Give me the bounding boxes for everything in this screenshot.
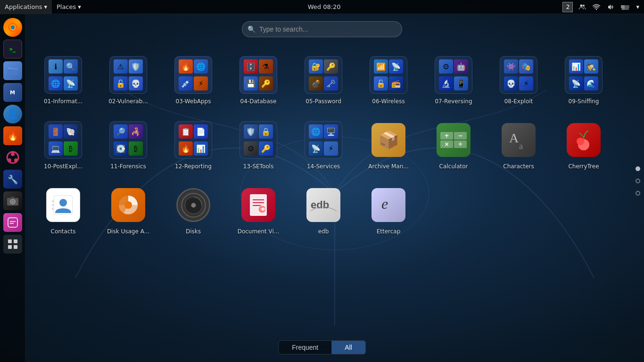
wifi-icon[interactable] bbox=[590, 0, 603, 14]
app-calculator[interactable]: + − × ÷ Calculator bbox=[423, 112, 484, 173]
sidebar-item-circle[interactable] bbox=[3, 148, 22, 167]
app-label-archive-manager: Archive Man... bbox=[368, 163, 408, 170]
app-edb[interactable]: edb edb bbox=[293, 177, 354, 238]
svg-point-16 bbox=[11, 200, 14, 203]
app-11-forensics[interactable]: 🔎 🦂 💽 ₿ 11-Forensics bbox=[98, 112, 158, 173]
page-dot-2[interactable] bbox=[636, 179, 640, 183]
search-icon: 🔍 bbox=[248, 25, 256, 33]
svg-point-0 bbox=[580, 4, 583, 7]
topbar: Applications ▾ Places ▾ Wed 08:20 2 ▾ bbox=[0, 0, 644, 14]
app-label-07-reversing: 07-Reversing bbox=[435, 98, 472, 105]
volume-icon[interactable] bbox=[604, 0, 617, 14]
app-contacts[interactable]: Contacts bbox=[33, 177, 93, 238]
applications-menu[interactable]: Applications ▾ bbox=[0, 0, 52, 14]
app-label-10-postexploit: 10-PostExpl... bbox=[44, 163, 83, 170]
app-characters[interactable]: A a Characters bbox=[488, 112, 549, 173]
main-grid: ℹ️ 🔍 🌐 📡 01-Informat... ⚠️ 🛡️ 🔓 💀 02-Vul… bbox=[28, 42, 635, 334]
sidebar-item-screenshot[interactable] bbox=[3, 191, 22, 210]
app-document-viewer[interactable]: 👁 Document Vi... bbox=[228, 177, 289, 238]
page-indicator bbox=[636, 166, 640, 196]
app-archive-manager[interactable]: 📦 Archive Man... bbox=[358, 112, 419, 173]
svg-text:e: e bbox=[381, 195, 388, 212]
svg-text:edb: edb bbox=[311, 199, 329, 211]
power-icon[interactable] bbox=[618, 0, 632, 14]
tab-frequent[interactable]: Frequent bbox=[279, 341, 331, 354]
people-icon[interactable] bbox=[576, 0, 589, 14]
applications-label: Applications bbox=[5, 3, 42, 10]
app-label-calculator: Calculator bbox=[439, 163, 468, 170]
app-cherrytree[interactable]: CherryTree bbox=[553, 112, 614, 173]
workspace-badge[interactable]: 2 bbox=[562, 2, 573, 12]
svg-point-29 bbox=[59, 199, 67, 206]
app-04-database[interactable]: 🗄️ ⚗️ 💾 🔑 04-Database bbox=[228, 47, 289, 107]
app-label-ettercap: Ettercap bbox=[377, 228, 401, 235]
app-01-information[interactable]: ℹ️ 🔍 🌐 📡 01-Informat... bbox=[33, 47, 93, 107]
app-13-setools[interactable]: 🛡️ 🔒 ⚙️ 🔑 13-SETools bbox=[228, 112, 289, 173]
sidebar-item-pink[interactable] bbox=[3, 213, 22, 232]
app-ettercap[interactable]: e Ettercap bbox=[358, 177, 419, 238]
tab-all[interactable]: All bbox=[331, 341, 365, 354]
page-dot-3[interactable] bbox=[636, 191, 640, 196]
app-08-exploit[interactable]: 👾 🎭 💀 ⚡ 08-Exploit bbox=[488, 47, 549, 107]
app-label-04-database: 04-Database bbox=[240, 98, 277, 105]
app-disks[interactable]: Disks bbox=[163, 177, 223, 238]
app-05-password[interactable]: 🔐 🔑 💣 🗝️ 05-Password bbox=[293, 47, 354, 107]
svg-point-1 bbox=[583, 5, 585, 7]
svg-rect-5 bbox=[621, 5, 625, 8]
app-label-cherrytree: CherryTree bbox=[568, 163, 599, 170]
app-label-11-forensics: 11-Forensics bbox=[110, 163, 146, 170]
app-label-contacts: Contacts bbox=[51, 228, 76, 235]
page-dot-1[interactable] bbox=[636, 166, 640, 171]
sidebar-item-files[interactable] bbox=[3, 61, 22, 80]
app-14-services[interactable]: 🌐 🖥️ 📡 ⚡ 14-Services bbox=[293, 112, 354, 173]
sidebar: >_ M 👤 🔥 🔧 bbox=[0, 14, 25, 362]
search-input[interactable] bbox=[242, 21, 402, 37]
svg-rect-22 bbox=[14, 245, 17, 249]
app-label-disk-usage: Disk Usage A... bbox=[107, 228, 149, 235]
app-label-01-information: 01-Informat... bbox=[44, 98, 83, 105]
app-03-webapps[interactable]: 🔥 🌐 💉 ⚡ 03-WebApps bbox=[163, 47, 223, 107]
svg-rect-30 bbox=[52, 200, 54, 202]
app-02-vulnerability[interactable]: ⚠️ 🛡️ 🔓 💀 02-Vulnerab... bbox=[98, 47, 158, 107]
app-label-12-reporting: 12-Reporting bbox=[175, 163, 212, 170]
svg-rect-18 bbox=[8, 218, 17, 227]
sidebar-item-allapps[interactable] bbox=[3, 235, 22, 254]
svg-point-33 bbox=[124, 201, 132, 209]
svg-point-13 bbox=[14, 158, 18, 162]
sidebar-item-blue-face[interactable]: 👤 bbox=[3, 105, 22, 123]
app-label-disks: Disks bbox=[186, 228, 201, 235]
svg-point-27 bbox=[577, 138, 584, 145]
svg-text:a: a bbox=[519, 141, 523, 151]
dropdown-arrow-icon[interactable]: ▾ bbox=[633, 0, 642, 14]
app-12-reporting[interactable]: 📋 📄 🔥 📊 12-Reporting bbox=[163, 112, 223, 173]
app-label-document-viewer: Document Vi... bbox=[238, 228, 280, 235]
sidebar-item-terminal[interactable]: >_ bbox=[3, 40, 22, 58]
svg-rect-3 bbox=[622, 8, 625, 10]
app-label-09-sniffing: 09-Sniffing bbox=[569, 98, 599, 105]
app-disk-usage[interactable]: Disk Usage A... bbox=[98, 177, 158, 238]
sidebar-item-tools[interactable]: 🔧 bbox=[3, 170, 22, 189]
svg-rect-9 bbox=[8, 68, 18, 75]
sidebar-item-burpsuite[interactable]: 🔥 bbox=[3, 126, 22, 145]
svg-point-12 bbox=[8, 158, 11, 162]
svg-text:A: A bbox=[509, 131, 519, 145]
app-label-13-setools: 13-SETools bbox=[243, 163, 273, 170]
app-label-06-wireless: 06-Wireless bbox=[372, 98, 405, 105]
app-09-sniffing[interactable]: 📊 🕵️ 📡 🌊 09-Sniffing bbox=[553, 47, 614, 107]
sidebar-item-metasploit[interactable]: M bbox=[3, 83, 22, 102]
app-06-wireless[interactable]: 📶 📡 🔓 📻 06-Wireless bbox=[358, 47, 419, 107]
places-arrow: ▾ bbox=[78, 3, 81, 10]
svg-rect-21 bbox=[8, 245, 12, 249]
places-menu[interactable]: Places ▾ bbox=[52, 0, 86, 14]
bottom-tabs: Frequent All bbox=[278, 340, 366, 354]
app-label-02-vulnerability: 02-Vulnerab... bbox=[108, 98, 148, 105]
applications-arrow: ▾ bbox=[44, 3, 47, 10]
app-label-characters: Characters bbox=[503, 163, 534, 170]
svg-point-8 bbox=[11, 25, 15, 29]
sidebar-item-firefox[interactable] bbox=[3, 18, 22, 37]
svg-text:👁: 👁 bbox=[261, 207, 266, 212]
app-07-reversing[interactable]: ⚙️ 🤖 🔬 📱 07-Reversing bbox=[423, 47, 484, 107]
datetime-display: Wed 08:20 bbox=[308, 3, 341, 10]
app-10-postexploit[interactable]: 🚪 🐚 💻 ₿ 10-PostExpl... bbox=[33, 112, 93, 173]
app-label-14-services: 14-Services bbox=[307, 163, 340, 170]
